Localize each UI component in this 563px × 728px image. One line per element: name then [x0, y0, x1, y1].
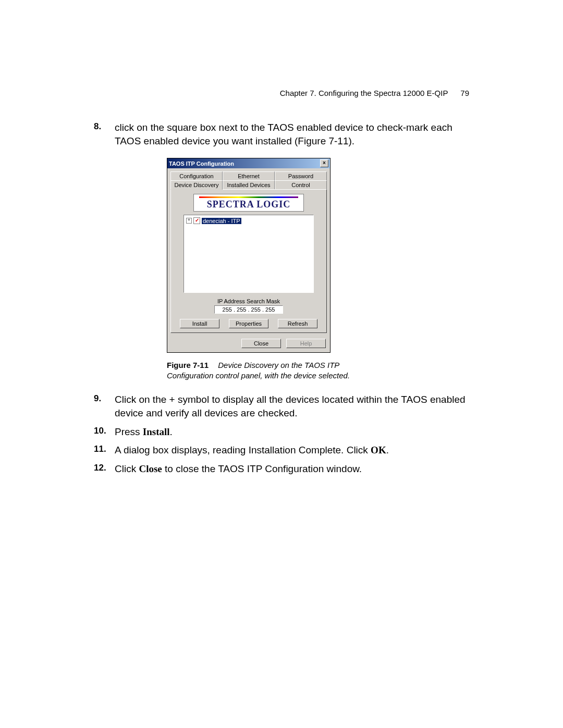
step-10: 10. Press Install. [94, 425, 469, 439]
taos-dialog: TAOS ITP Configuration × Configuration E… [167, 158, 331, 353]
spectra-logo: SPECTRA LOGIC [193, 194, 304, 212]
ok-keyword: OK [371, 445, 386, 455]
figure-7-11: TAOS ITP Configuration × Configuration E… [167, 158, 469, 353]
tab-ethernet[interactable]: Ethernet [223, 171, 275, 180]
tab-control[interactable]: Control [275, 180, 327, 190]
logo-rainbow-bar [199, 196, 298, 198]
step-number: 11. [94, 443, 106, 455]
tab-configuration[interactable]: Configuration [170, 171, 223, 180]
step-9: 9. Click on the + symbol to display all … [94, 393, 469, 419]
step-list: 8. click on the square box next to the T… [94, 121, 469, 147]
checkbox-icon[interactable]: ✓ [193, 217, 200, 224]
logo-text: SPECTRA LOGIC [194, 199, 303, 210]
figure-label: Figure 7-11 [167, 361, 209, 369]
page-number: 79 [460, 89, 469, 97]
tree-item[interactable]: + ✓ deneciah - ITP [186, 217, 311, 224]
help-button[interactable]: Help [286, 339, 326, 348]
step-number: 10. [94, 425, 106, 437]
install-button[interactable]: Install [180, 319, 219, 328]
step-text-tail: . [386, 445, 389, 455]
step-8: 8. click on the square box next to the T… [94, 121, 469, 147]
tab-device-discovery[interactable]: Device Discovery [170, 180, 223, 190]
step-number: 12. [94, 462, 106, 474]
page-header: Chapter 7. Configuring the Spectra 12000… [94, 89, 469, 97]
dialog-titlebar: TAOS ITP Configuration × [167, 158, 330, 168]
expand-icon[interactable]: + [186, 218, 192, 224]
tab-strip: Configuration Ethernet Password Device D… [170, 171, 327, 190]
figure-caption: Figure 7-11 Device Discovery on the TAOS… [167, 360, 375, 380]
step-text: Click [115, 463, 139, 474]
device-tree[interactable]: + ✓ deneciah - ITP [183, 215, 314, 293]
close-keyword: Close [139, 463, 162, 474]
dialog-button-row: Close Help [167, 337, 330, 352]
properties-button[interactable]: Properties [229, 319, 268, 328]
step-11: 11. A dialog box displays, reading Insta… [94, 443, 469, 457]
dialog-title: TAOS ITP Configuration [169, 161, 234, 167]
tab-installed-devices[interactable]: Installed Devices [223, 180, 275, 190]
close-button[interactable]: Close [241, 339, 281, 348]
step-text: A dialog box displays, reading Installat… [115, 445, 371, 455]
tree-item-label[interactable]: deneciah - ITP [202, 218, 241, 224]
tab-password[interactable]: Password [275, 171, 327, 180]
install-keyword: Install [143, 426, 170, 437]
close-icon[interactable]: × [320, 159, 328, 167]
step-text-tail: to close the TAOS ITP Configuration wind… [162, 463, 362, 474]
refresh-button[interactable]: Refresh [278, 319, 317, 328]
ip-mask-label: IP Address Search Mask [175, 298, 322, 304]
chapter-label: Chapter 7. Configuring the Spectra 12000… [280, 89, 448, 97]
step-text: Press [115, 426, 143, 437]
step-12: 12. Click Close to close the TAOS ITP Co… [94, 462, 469, 476]
step-text: Click on the + symbol to display all the… [115, 394, 466, 418]
step-number: 9. [94, 393, 101, 405]
action-button-row: Install Properties Refresh [175, 319, 322, 328]
step-number: 8. [94, 121, 101, 133]
tab-panel: SPECTRA LOGIC + ✓ deneciah - ITP IP Addr… [170, 189, 327, 333]
step-text: click on the square box next to the TAOS… [115, 122, 452, 146]
step-list-cont: 9. Click on the + symbol to display all … [94, 393, 469, 475]
step-text-tail: . [170, 426, 173, 437]
ip-mask-input[interactable]: 255 . 255 . 255 . 255 [214, 305, 283, 314]
